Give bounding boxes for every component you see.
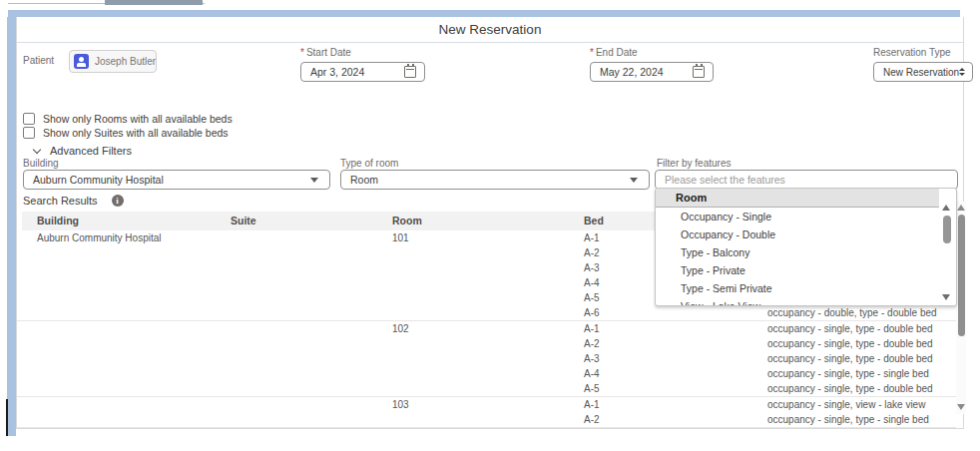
result-row[interactable]: A-5occupancy - single, type - double bed	[17, 381, 956, 396]
cell-bed: A-1	[584, 230, 600, 245]
advanced-filters-toggle[interactable]: Advanced Filters	[34, 145, 132, 157]
result-row[interactable]: A-2occupancy - single, type - double bed	[17, 336, 956, 351]
cell-bed: A-5	[584, 381, 600, 396]
required-asterisk: *	[300, 47, 304, 58]
calendar-icon[interactable]	[404, 66, 416, 78]
checkbox-group: Show only Rooms with all available bedsS…	[23, 112, 233, 140]
feature-option[interactable]: Type - Private	[656, 261, 939, 279]
room-group-103: 103A-1occupancy - single, view - lake vi…	[17, 397, 956, 428]
patient-label: Patient	[23, 55, 54, 66]
features-filter-input[interactable]: Please select the features	[655, 170, 958, 190]
building-value: Auburn Community Hospital	[33, 174, 164, 186]
cell-features: occupancy - single, type - double bed	[767, 321, 933, 336]
feature-option[interactable]: Occupancy - Double	[656, 226, 939, 243]
cell-features: occupancy - single, type - single bed	[767, 366, 929, 381]
features-group-header: Room	[656, 189, 939, 208]
room-group-102: 102A-1occupancy - single, type - double …	[17, 321, 956, 397]
cell-features: occupancy - single, type - double bed	[767, 336, 933, 351]
start-date-input[interactable]: Apr 3, 2024	[300, 62, 425, 82]
background-cursor-line	[6, 399, 8, 436]
features-options-list: Occupancy - SingleOccupancy - DoubleType…	[656, 208, 939, 306]
dropdown-scrollbar-thumb[interactable]	[943, 216, 951, 243]
cell-building: Auburn Community Hospital	[37, 230, 162, 245]
show-only-checkbox-row: Show only Suites with all available beds	[23, 126, 233, 139]
cell-bed: A-4	[584, 366, 600, 381]
result-row[interactable]: 103A-1occupancy - single, view - lake vi…	[17, 397, 956, 412]
cell-bed: A-4	[584, 275, 600, 290]
top-accent-bar	[8, 10, 960, 17]
show-only-checkbox-row: Show only Rooms with all available beds	[23, 112, 233, 125]
building-label: Building	[23, 158, 59, 169]
cell-bed: A-3	[584, 260, 600, 275]
checkbox[interactable]	[23, 127, 35, 139]
cell-room: 102	[392, 321, 409, 336]
column-header-bed: Bed	[584, 212, 604, 230]
cell-features: occupancy - single, type - double bed	[767, 381, 933, 396]
cell-features: occupancy - double, type - double bed	[767, 305, 937, 320]
result-row[interactable]: 102A-1occupancy - single, type - double …	[17, 321, 956, 336]
cell-bed: A-2	[584, 245, 600, 260]
cell-room: 101	[392, 230, 409, 245]
new-reservation-modal: New Reservation Patient Joseph Butler *S…	[16, 17, 964, 429]
contact-icon	[74, 54, 89, 69]
dropdown-arrow-icon	[310, 178, 318, 183]
reservation-type-label: Reservation Type	[873, 47, 951, 58]
features-dropdown: Room Occupancy - SingleOccupancy - Doubl…	[655, 188, 957, 306]
feature-option[interactable]: Type - Balcony	[656, 243, 939, 261]
dropdown-scroll-down-icon[interactable]	[942, 294, 950, 300]
feature-option[interactable]: Occupancy - Single	[656, 208, 939, 226]
scroll-down-icon[interactable]	[957, 404, 965, 410]
advanced-filters-label: Advanced Filters	[50, 145, 132, 157]
result-row[interactable]: A-6occupancy - double, type - double bed	[17, 305, 956, 320]
cell-room: 103	[392, 397, 409, 412]
calendar-icon[interactable]	[693, 66, 705, 78]
room-type-select[interactable]: Room	[340, 170, 650, 190]
checkbox-label: Show only Suites with all available beds	[43, 127, 229, 139]
checkbox-label: Show only Rooms with all available beds	[43, 113, 233, 125]
building-select[interactable]: Auburn Community Hospital	[23, 170, 330, 190]
reservation-type-value: New Reservation	[883, 67, 959, 78]
cell-bed: A-6	[584, 305, 600, 320]
cell-features: occupancy - single, view - lake view	[767, 397, 925, 412]
checkbox[interactable]	[23, 113, 35, 125]
search-results-label: Search Results	[23, 195, 98, 207]
end-date-input[interactable]: May 22, 2024	[590, 62, 714, 82]
column-header-building: Building	[37, 212, 79, 230]
cell-bed: A-2	[584, 336, 600, 351]
room-type-label: Type of room	[340, 158, 398, 169]
select-updown-icon	[959, 68, 965, 77]
start-date-label: *Start Date	[300, 47, 351, 58]
reservation-type-select[interactable]: New Reservation	[873, 62, 973, 82]
scroll-up-icon[interactable]	[957, 205, 965, 211]
chevron-down-icon	[33, 145, 41, 153]
features-filter-label: Filter by features	[657, 158, 731, 169]
start-date-value: Apr 3, 2024	[310, 66, 364, 78]
result-row[interactable]: A-4occupancy - single, type - single bed	[17, 366, 956, 381]
column-header-suite: Suite	[231, 212, 256, 230]
cell-bed: A-1	[584, 321, 600, 336]
dropdown-arrow-icon	[630, 178, 638, 183]
cell-bed: A-1	[584, 397, 600, 412]
required-asterisk: *	[590, 47, 594, 58]
left-accent-strip	[7, 17, 16, 436]
table-scrollbar[interactable]	[956, 202, 966, 414]
patient-pill[interactable]: Joseph Butler	[69, 50, 157, 73]
end-date-label: *End Date	[590, 47, 638, 58]
feature-option[interactable]: Type - Semi Private	[656, 279, 939, 297]
cell-features: occupancy - single, type - double bed	[767, 351, 933, 366]
search-results-header: Search Results	[23, 195, 124, 207]
end-date-value: May 22, 2024	[600, 66, 664, 78]
background-tab	[105, 0, 203, 5]
info-icon[interactable]	[112, 195, 124, 207]
scrollbar-thumb[interactable]	[958, 215, 965, 336]
cell-bed: A-5	[584, 290, 600, 305]
column-header-room: Room	[392, 212, 422, 230]
result-row[interactable]: A-2occupancy - single, type - single bed	[17, 412, 956, 427]
feature-option[interactable]: View - Lake View	[656, 297, 939, 306]
page-title: New Reservation	[17, 17, 963, 43]
cell-bed: A-2	[584, 412, 600, 427]
dropdown-scroll-up-icon[interactable]	[942, 205, 950, 211]
result-row[interactable]: A-3occupancy - single, type - double bed	[17, 351, 956, 366]
cell-features: occupancy - single, type - single bed	[767, 412, 929, 427]
cell-bed: A-3	[584, 351, 600, 366]
